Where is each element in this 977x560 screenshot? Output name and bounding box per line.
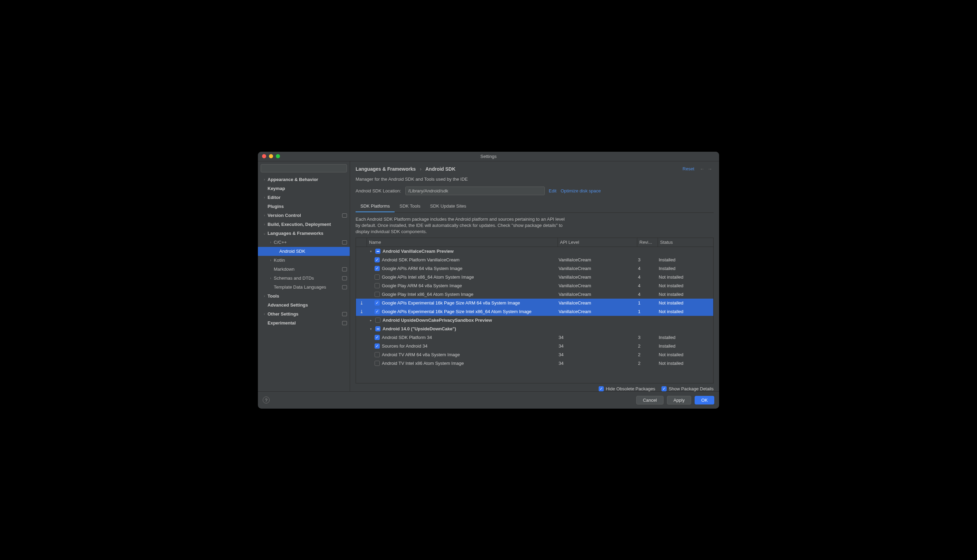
sdk-component-row[interactable]: ✓Android SDK Platform 34343Installed bbox=[356, 333, 713, 342]
checkbox-icon[interactable]: ✓ bbox=[375, 343, 380, 348]
status: Not installed bbox=[658, 309, 713, 314]
tab-sdk-tools[interactable]: SDK Tools bbox=[395, 202, 425, 212]
checkbox-icon[interactable]: ✓ bbox=[375, 309, 380, 314]
settings-window: Settings 🔍 ›Appearance & BehaviorKeymap›… bbox=[258, 152, 719, 408]
sdk-component-row[interactable]: Google Play ARM 64 v8a System ImageVanil… bbox=[356, 282, 713, 290]
platform-group[interactable]: ▸Android UpsideDownCakePrivacySandbox Pr… bbox=[356, 316, 713, 325]
nav-back-icon[interactable]: ← bbox=[700, 166, 704, 172]
sidebar-item-template-data-languages[interactable]: Template Data Languages bbox=[258, 283, 350, 292]
chevron-icon: › bbox=[268, 240, 274, 244]
chevron-down-icon[interactable]: ▾ bbox=[368, 327, 373, 331]
sidebar-item-experimental[interactable]: Experimental bbox=[258, 318, 350, 328]
checkbox-icon[interactable] bbox=[375, 248, 380, 254]
sidebar-item-label: Tools bbox=[268, 293, 347, 298]
sdk-component-row[interactable]: Google Play Intel x86_64 Atom System Ima… bbox=[356, 290, 713, 298]
sidebar-item-android-sdk[interactable]: Android SDK bbox=[258, 247, 350, 256]
chevron-icon: › bbox=[261, 213, 268, 217]
checkbox-icon[interactable]: ✓ bbox=[375, 266, 380, 271]
table-body[interactable]: ▾Android VanillaIceCream Preview✓Android… bbox=[356, 247, 713, 383]
col-rev[interactable]: Revi... bbox=[637, 238, 658, 247]
edit-link[interactable]: Edit bbox=[549, 188, 557, 193]
revision: 3 bbox=[637, 335, 658, 340]
sidebar-item-advanced-settings[interactable]: Advanced Settings bbox=[258, 301, 350, 310]
sidebar-item-languages-frameworks[interactable]: ⌄Languages & Frameworks bbox=[258, 229, 350, 238]
chevron-icon: › bbox=[268, 276, 274, 280]
api-level: VanillaIceCream bbox=[558, 266, 637, 271]
sidebar-item-kotlin[interactable]: ›Kotlin bbox=[258, 256, 350, 265]
component-name: Android VanillaIceCream Preview bbox=[383, 248, 453, 254]
checkbox-icon[interactable]: ✓ bbox=[375, 257, 380, 262]
status: Installed bbox=[658, 335, 713, 340]
checkbox-icon[interactable] bbox=[375, 292, 380, 297]
sidebar-item-label: Build, Execution, Deployment bbox=[268, 222, 347, 227]
sdk-component-row[interactable]: ✓Sources for Android 34342Installed bbox=[356, 342, 713, 350]
settings-tree[interactable]: ›Appearance & BehaviorKeymap›EditorPlugi… bbox=[258, 175, 350, 392]
sdk-location-label: Android SDK Location: bbox=[356, 188, 401, 193]
search-input[interactable] bbox=[261, 164, 347, 172]
apply-button[interactable]: Apply bbox=[667, 396, 691, 405]
status: Installed bbox=[658, 266, 713, 271]
sidebar-item-plugins[interactable]: Plugins bbox=[258, 202, 350, 211]
api-level: VanillaIceCream bbox=[558, 257, 637, 262]
sidebar-item-schemas-and-dtds[interactable]: ›Schemas and DTDs bbox=[258, 274, 350, 283]
sidebar-item-version-control[interactable]: ›Version Control bbox=[258, 211, 350, 220]
checkbox-icon[interactable] bbox=[375, 326, 380, 332]
sdk-table: Name API Level Revi... Status ▾Android V… bbox=[356, 238, 714, 383]
reset-button[interactable]: Reset bbox=[683, 166, 694, 172]
cancel-button[interactable]: Cancel bbox=[636, 396, 663, 405]
sdk-component-row[interactable]: ⤓✓Google APIs Experimental 16k Page Size… bbox=[356, 307, 713, 316]
nav-forward-icon[interactable]: → bbox=[708, 166, 712, 172]
component-name: Google Play ARM 64 v8a System Image bbox=[382, 283, 462, 288]
project-badge-icon bbox=[342, 267, 347, 272]
sdk-component-row[interactable]: Android TV ARM 64 v8a System Image342Not… bbox=[356, 350, 713, 359]
revision: 4 bbox=[637, 275, 658, 280]
sdk-component-row[interactable]: Google APIs Intel x86_64 Atom System Ima… bbox=[356, 273, 713, 282]
sidebar-item-keymap[interactable]: Keymap bbox=[258, 184, 350, 193]
project-badge-icon bbox=[342, 285, 347, 289]
chevron-down-icon[interactable]: ▾ bbox=[368, 250, 373, 253]
api-level: VanillaIceCream bbox=[558, 292, 637, 297]
breadcrumb: Languages & Frameworks › Android SDK bbox=[356, 166, 683, 172]
checkbox-icon[interactable] bbox=[375, 352, 380, 357]
col-name[interactable]: Name bbox=[367, 238, 558, 247]
sidebar-item-tools[interactable]: ›Tools bbox=[258, 292, 350, 301]
checkbox-icon[interactable] bbox=[375, 283, 380, 288]
checkbox-icon[interactable] bbox=[375, 275, 380, 280]
tab-sdk-update-sites[interactable]: SDK Update Sites bbox=[425, 202, 471, 212]
checkbox-icon[interactable]: ✓ bbox=[375, 335, 380, 340]
col-status[interactable]: Status bbox=[658, 238, 713, 247]
checkbox-icon[interactable] bbox=[375, 361, 380, 366]
sidebar-item-build-execution-deployment[interactable]: ›Build, Execution, Deployment bbox=[258, 220, 350, 229]
checkbox-icon[interactable] bbox=[375, 318, 380, 323]
sdk-component-row[interactable]: Android TV Intel x86 Atom System Image34… bbox=[356, 359, 713, 368]
sdk-location-input[interactable] bbox=[405, 187, 545, 195]
sidebar-item-label: Android SDK bbox=[279, 248, 347, 254]
api-level: VanillaIceCream bbox=[558, 309, 637, 314]
chevron-icon: › bbox=[261, 312, 268, 316]
tab-sdk-platforms[interactable]: SDK Platforms bbox=[356, 202, 395, 212]
platform-group[interactable]: ▾Android VanillaIceCream Preview bbox=[356, 247, 713, 255]
checkbox-icon[interactable]: ✓ bbox=[375, 300, 380, 305]
sidebar-item-markdown[interactable]: Markdown bbox=[258, 265, 350, 274]
sidebar-item-c-c-[interactable]: ›C/C++ bbox=[258, 238, 350, 247]
sidebar-item-label: Template Data Languages bbox=[274, 285, 342, 290]
platform-group[interactable]: ▾Android 14.0 ("UpsideDownCake") bbox=[356, 325, 713, 333]
show-details-checkbox[interactable]: ✓ Show Package Details bbox=[661, 386, 714, 392]
sidebar-item-other-settings[interactable]: ›Other Settings bbox=[258, 310, 350, 318]
sidebar-item-label: Other Settings bbox=[268, 312, 342, 317]
sidebar-item-editor[interactable]: ›Editor bbox=[258, 193, 350, 202]
col-api[interactable]: API Level bbox=[558, 238, 637, 247]
revision: 2 bbox=[637, 352, 658, 357]
hide-obsolete-checkbox[interactable]: ✓ Hide Obsolete Packages bbox=[599, 386, 655, 392]
sdk-component-row[interactable]: ✓Android SDK Platform VanillaIceCreamVan… bbox=[356, 255, 713, 264]
sdk-component-row[interactable]: ⤓✓Google APIs Experimental 16k Page Size… bbox=[356, 298, 713, 307]
optimize-link[interactable]: Optimize disk space bbox=[560, 188, 601, 193]
component-name: Google APIs ARM 64 v8a System Image bbox=[382, 266, 462, 271]
ok-button[interactable]: OK bbox=[694, 396, 714, 405]
revision: 2 bbox=[637, 343, 658, 348]
help-button[interactable]: ? bbox=[263, 397, 269, 403]
sdk-component-row[interactable]: ✓Google APIs ARM 64 v8a System ImageVani… bbox=[356, 264, 713, 273]
sidebar-item-appearance-behavior[interactable]: ›Appearance & Behavior bbox=[258, 175, 350, 184]
revision: 3 bbox=[637, 257, 658, 262]
chevron-right-icon[interactable]: ▸ bbox=[368, 318, 373, 322]
